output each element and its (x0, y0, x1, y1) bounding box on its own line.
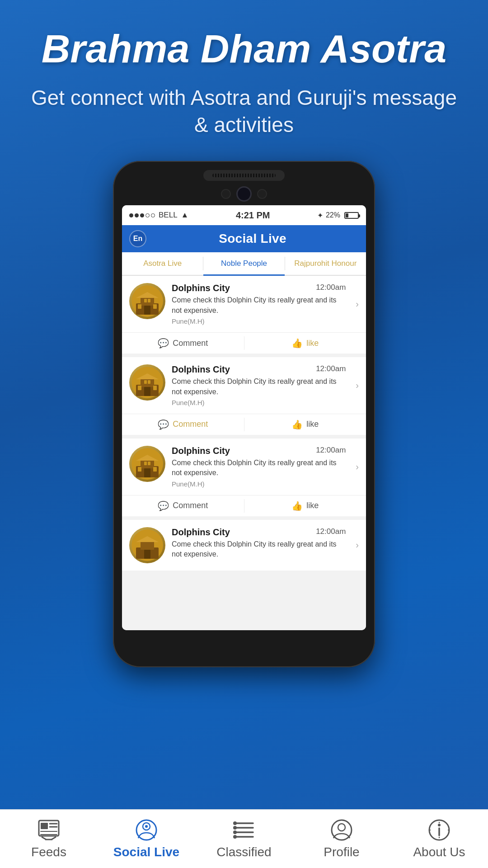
nav-label-social-live: Social Live (113, 845, 179, 859)
nav-item-classified[interactable]: Classified (195, 810, 293, 868)
status-right: ✦ 22% (317, 211, 359, 220)
feed-content: Dolphins City 12:00am Come check this Do… (122, 276, 366, 630)
feed-time-3: 12:00am (316, 446, 346, 455)
svg-point-52 (438, 824, 441, 826)
battery-percentage: 22% (326, 211, 340, 219)
battery-fill (346, 213, 348, 217)
feed-card-body-3: Dolphins City 12:00am Come check this Do… (122, 439, 366, 495)
feed-arrow-1: › (356, 299, 359, 309)
bottom-nav: Feeds Social Live (0, 809, 488, 868)
feed-location-1: Pune(M.H) (172, 317, 346, 325)
svg-point-45 (233, 826, 237, 830)
feed-time-1: 12:00am (316, 283, 346, 292)
feed-card-3: Dolphins City 12:00am Come check this Do… (122, 439, 366, 516)
feed-time-4: 12:00am (316, 527, 346, 536)
feed-avatar-3 (129, 446, 165, 482)
app-subtitle: Get connect with Asotra and Guruji's mes… (27, 85, 461, 139)
classified-icon (230, 819, 258, 841)
feed-arrow-2: › (356, 380, 359, 391)
social-icon (133, 819, 160, 841)
nav-item-social-live[interactable]: Social Live (98, 810, 195, 868)
svg-point-46 (233, 830, 237, 834)
like-btn-2[interactable]: 👍 like (244, 414, 366, 435)
feed-avatar-1 (129, 283, 165, 319)
svg-rect-3 (144, 299, 147, 302)
feed-info-1: Dolphins City 12:00am Come check this Do… (172, 283, 346, 325)
feed-card-2: Dolphins City 12:00am Come check this Do… (122, 357, 366, 435)
phone-wrapper: BELL ▲ 4:21 PM ✦ 22% En Social L (113, 161, 375, 868)
signal-dot-1 (129, 213, 133, 217)
signal-dot-4 (145, 213, 150, 217)
feed-card-body-4: Dolphins City 12:00am Come check this Do… (122, 520, 366, 571)
svg-rect-5 (138, 304, 141, 309)
feed-time-2: 12:00am (316, 364, 346, 373)
comment-icon-2: 💬 (158, 419, 169, 430)
feed-desc-3: Come check this Dolphin City its really … (172, 458, 346, 478)
about-icon (426, 819, 453, 841)
feed-top-1: Dolphins City 12:00am (172, 283, 346, 293)
nav-item-profile[interactable]: Profile (293, 810, 390, 868)
feed-name-1: Dolphins City (172, 283, 230, 293)
feed-actions-3: 💬 Comment 👍 like (122, 495, 366, 516)
nav-item-about[interactable]: About Us (390, 810, 488, 868)
like-icon-1: 👍 (291, 338, 303, 349)
tab-rajpurohit[interactable]: Rajpurohit Honour (285, 252, 366, 275)
comment-btn-2[interactable]: 💬 Comment (122, 414, 244, 435)
tab-noble-people[interactable]: Noble People (203, 252, 284, 275)
comment-icon-1: 💬 (158, 338, 169, 349)
feed-top-3: Dolphins City 12:00am (172, 446, 346, 456)
language-button[interactable]: En (129, 230, 146, 247)
tab-asotra-live[interactable]: Asotra Live (122, 252, 203, 275)
status-time: 4:21 PM (236, 210, 270, 221)
feed-avatar-4 (129, 527, 165, 563)
feed-top-4: Dolphins City 12:00am (172, 527, 346, 538)
feed-desc-2: Come check this Dolphin City its really … (172, 377, 346, 397)
feed-desc-4: Come check this Dolphin City its really … (172, 539, 346, 560)
bluetooth-icon: ✦ (317, 211, 323, 220)
carrier-name: BELL (159, 211, 178, 220)
status-left: BELL ▲ (129, 211, 188, 220)
signal-dot-5 (151, 213, 155, 217)
like-label-2: like (306, 420, 319, 429)
nav-label-classified: Classified (216, 845, 271, 859)
feed-arrow-3: › (356, 462, 359, 472)
nav-label-feeds: Feeds (31, 845, 66, 859)
page-container: Brahma Dham Asotra Get connect with Asot… (0, 0, 488, 868)
like-btn-1[interactable]: 👍 like (244, 333, 366, 354)
svg-rect-21 (138, 467, 141, 472)
svg-rect-15 (144, 387, 150, 396)
like-icon-3: 👍 (291, 500, 303, 511)
feed-name-2: Dolphins City (172, 364, 230, 375)
feed-desc-1: Come check this Dolphin City its really … (172, 295, 346, 316)
signal-dot-2 (135, 213, 139, 217)
svg-rect-7 (144, 306, 150, 315)
svg-point-47 (233, 835, 237, 839)
feed-actions-2: 💬 Comment 👍 like (122, 414, 366, 435)
sensor-dot (221, 189, 231, 199)
svg-rect-4 (148, 299, 150, 302)
like-btn-3[interactable]: 👍 like (244, 495, 366, 516)
phone-shell: BELL ▲ 4:21 PM ✦ 22% En Social L (113, 161, 375, 667)
news-icon (35, 819, 62, 841)
feed-avatar-2 (129, 364, 165, 401)
feed-location-3: Pune(M.H) (172, 480, 346, 488)
feed-info-4: Dolphins City 12:00am Come check this Do… (172, 527, 346, 560)
nav-label-profile: Profile (324, 845, 359, 859)
feed-card-body-1: Dolphins City 12:00am Come check this Do… (122, 276, 366, 332)
svg-rect-20 (148, 462, 150, 465)
nav-item-feeds[interactable]: Feeds (0, 810, 98, 868)
svg-rect-13 (138, 386, 141, 390)
feed-card-body-2: Dolphins City 12:00am Come check this Do… (122, 357, 366, 414)
comment-btn-3[interactable]: 💬 Comment (122, 495, 244, 516)
svg-rect-23 (144, 468, 150, 477)
comment-btn-1[interactable]: 💬 Comment (122, 333, 244, 354)
like-label-1: like (306, 339, 319, 348)
feed-location-2: Pune(M.H) (172, 399, 346, 406)
feed-actions-1: 💬 Comment 👍 like (122, 332, 366, 354)
comment-label-2: Comment (173, 420, 208, 429)
battery-bar (344, 212, 359, 219)
sensor-dot-2 (257, 189, 267, 199)
feed-top-2: Dolphins City 12:00am (172, 364, 346, 375)
like-icon-2: 👍 (291, 419, 303, 430)
feed-card-1: Dolphins City 12:00am Come check this Do… (122, 276, 366, 354)
